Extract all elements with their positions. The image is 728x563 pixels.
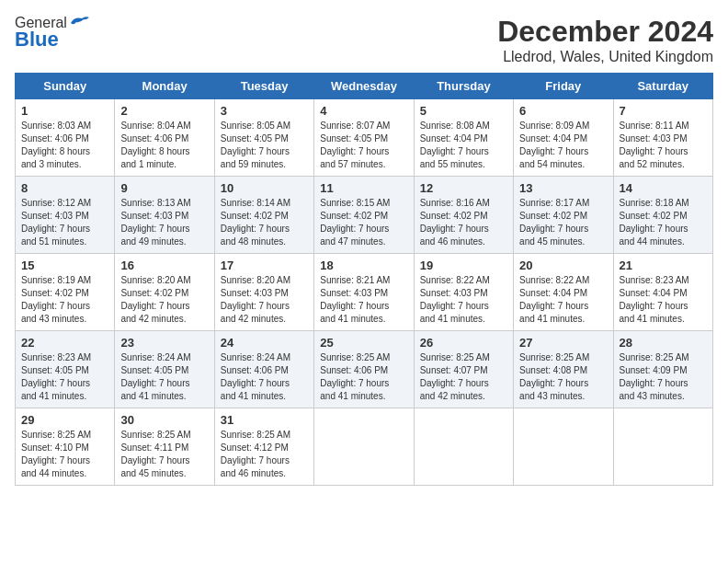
day-number: 16 xyxy=(120,259,208,272)
day-number: 10 xyxy=(221,181,308,195)
day-detail: Sunrise: 8:16 AM Sunset: 4:02 PM Dayligh… xyxy=(420,197,507,248)
calendar-cell: 18Sunrise: 8:21 AM Sunset: 4:03 PM Dayli… xyxy=(314,254,414,331)
day-detail: Sunrise: 8:25 AM Sunset: 4:06 PM Dayligh… xyxy=(320,351,407,403)
page-title: December 2024 xyxy=(497,15,713,49)
day-detail: Sunrise: 8:22 AM Sunset: 4:04 PM Dayligh… xyxy=(519,274,607,326)
day-number: 4 xyxy=(320,104,407,118)
calendar-cell: 2Sunrise: 8:04 AM Sunset: 4:06 PM Daylig… xyxy=(115,99,214,177)
calendar-cell: 19Sunrise: 8:22 AM Sunset: 4:03 PM Dayli… xyxy=(414,254,513,331)
day-detail: Sunrise: 8:08 AM Sunset: 4:04 PM Dayligh… xyxy=(420,120,507,171)
day-number: 30 xyxy=(120,413,208,427)
day-number: 12 xyxy=(420,181,507,195)
day-number: 26 xyxy=(420,336,507,350)
day-detail: Sunrise: 8:25 AM Sunset: 4:11 PM Dayligh… xyxy=(120,429,208,480)
day-detail: Sunrise: 8:15 AM Sunset: 4:02 PM Dayligh… xyxy=(320,197,407,248)
day-number: 3 xyxy=(221,104,308,118)
page-subtitle: Lledrod, Wales, United Kingdom xyxy=(497,49,713,65)
calendar-cell: 28Sunrise: 8:25 AM Sunset: 4:09 PM Dayli… xyxy=(613,331,712,408)
day-number: 2 xyxy=(120,104,208,118)
day-number: 20 xyxy=(519,259,607,272)
day-detail: Sunrise: 8:25 AM Sunset: 4:09 PM Dayligh… xyxy=(620,351,707,403)
calendar-header-thursday: Thursday xyxy=(414,74,513,99)
calendar-cell: 16Sunrise: 8:20 AM Sunset: 4:02 PM Dayli… xyxy=(115,254,214,331)
day-number: 15 xyxy=(21,259,108,272)
calendar-cell: 1Sunrise: 8:03 AM Sunset: 4:06 PM Daylig… xyxy=(16,99,115,177)
calendar-cell: 25Sunrise: 8:25 AM Sunset: 4:06 PM Dayli… xyxy=(314,331,414,408)
calendar-cell xyxy=(314,408,414,486)
calendar-cell: 3Sunrise: 8:05 AM Sunset: 4:05 PM Daylig… xyxy=(214,99,313,177)
day-number: 11 xyxy=(320,181,407,195)
day-detail: Sunrise: 8:24 AM Sunset: 4:06 PM Dayligh… xyxy=(221,351,308,403)
calendar-cell: 6Sunrise: 8:09 AM Sunset: 4:04 PM Daylig… xyxy=(514,99,613,177)
calendar-cell: 4Sunrise: 8:07 AM Sunset: 4:05 PM Daylig… xyxy=(314,99,414,177)
calendar-cell xyxy=(613,408,712,486)
day-detail: Sunrise: 8:19 AM Sunset: 4:02 PM Dayligh… xyxy=(21,274,108,326)
calendar-cell: 17Sunrise: 8:20 AM Sunset: 4:03 PM Dayli… xyxy=(214,254,313,331)
calendar-cell: 26Sunrise: 8:25 AM Sunset: 4:07 PM Dayli… xyxy=(414,331,513,408)
day-detail: Sunrise: 8:05 AM Sunset: 4:05 PM Dayligh… xyxy=(221,120,308,171)
calendar-week-row: 29Sunrise: 8:25 AM Sunset: 4:10 PM Dayli… xyxy=(16,408,713,486)
calendar-week-row: 8Sunrise: 8:12 AM Sunset: 4:03 PM Daylig… xyxy=(16,177,713,254)
calendar-cell: 21Sunrise: 8:23 AM Sunset: 4:04 PM Dayli… xyxy=(613,254,712,331)
day-number: 9 xyxy=(120,181,208,195)
calendar-header-tuesday: Tuesday xyxy=(214,74,313,99)
day-detail: Sunrise: 8:20 AM Sunset: 4:02 PM Dayligh… xyxy=(120,274,208,326)
calendar-cell: 27Sunrise: 8:25 AM Sunset: 4:08 PM Dayli… xyxy=(514,331,613,408)
day-number: 7 xyxy=(620,104,707,118)
day-number: 25 xyxy=(320,336,407,350)
calendar-header-sunday: Sunday xyxy=(16,74,115,99)
calendar-cell: 20Sunrise: 8:22 AM Sunset: 4:04 PM Dayli… xyxy=(514,254,613,331)
day-detail: Sunrise: 8:25 AM Sunset: 4:08 PM Dayligh… xyxy=(519,351,607,403)
calendar-table: SundayMondayTuesdayWednesdayThursdayFrid… xyxy=(15,73,713,486)
day-detail: Sunrise: 8:18 AM Sunset: 4:02 PM Dayligh… xyxy=(620,197,707,248)
calendar-cell: 7Sunrise: 8:11 AM Sunset: 4:03 PM Daylig… xyxy=(613,99,712,177)
calendar-cell: 15Sunrise: 8:19 AM Sunset: 4:02 PM Dayli… xyxy=(16,254,115,331)
day-detail: Sunrise: 8:17 AM Sunset: 4:02 PM Dayligh… xyxy=(519,197,607,248)
day-detail: Sunrise: 8:25 AM Sunset: 4:10 PM Dayligh… xyxy=(21,429,108,480)
day-number: 13 xyxy=(519,181,607,195)
day-number: 8 xyxy=(21,181,108,195)
day-number: 6 xyxy=(519,104,607,118)
day-detail: Sunrise: 8:21 AM Sunset: 4:03 PM Dayligh… xyxy=(320,274,407,326)
calendar-cell xyxy=(414,408,513,486)
calendar-cell: 30Sunrise: 8:25 AM Sunset: 4:11 PM Dayli… xyxy=(115,408,214,486)
day-detail: Sunrise: 8:09 AM Sunset: 4:04 PM Dayligh… xyxy=(519,120,607,171)
calendar-week-row: 15Sunrise: 8:19 AM Sunset: 4:02 PM Dayli… xyxy=(16,254,713,331)
calendar-cell: 23Sunrise: 8:24 AM Sunset: 4:05 PM Dayli… xyxy=(115,331,214,408)
day-number: 5 xyxy=(420,104,507,118)
day-number: 14 xyxy=(620,181,707,195)
day-number: 22 xyxy=(21,336,108,350)
logo-bird-icon xyxy=(69,15,89,31)
calendar-cell: 11Sunrise: 8:15 AM Sunset: 4:02 PM Dayli… xyxy=(314,177,414,254)
day-detail: Sunrise: 8:07 AM Sunset: 4:05 PM Dayligh… xyxy=(320,120,407,171)
day-number: 23 xyxy=(120,336,208,350)
day-number: 17 xyxy=(221,259,308,272)
calendar-week-row: 22Sunrise: 8:23 AM Sunset: 4:05 PM Dayli… xyxy=(16,331,713,408)
day-number: 1 xyxy=(21,104,108,118)
day-detail: Sunrise: 8:04 AM Sunset: 4:06 PM Dayligh… xyxy=(120,120,208,171)
day-detail: Sunrise: 8:22 AM Sunset: 4:03 PM Dayligh… xyxy=(420,274,507,326)
day-detail: Sunrise: 8:11 AM Sunset: 4:03 PM Dayligh… xyxy=(620,120,707,171)
calendar-cell: 5Sunrise: 8:08 AM Sunset: 4:04 PM Daylig… xyxy=(414,99,513,177)
calendar-cell: 14Sunrise: 8:18 AM Sunset: 4:02 PM Dayli… xyxy=(613,177,712,254)
calendar-cell: 29Sunrise: 8:25 AM Sunset: 4:10 PM Dayli… xyxy=(16,408,115,486)
day-number: 27 xyxy=(519,336,607,350)
day-detail: Sunrise: 8:03 AM Sunset: 4:06 PM Dayligh… xyxy=(21,120,108,171)
day-number: 18 xyxy=(320,259,407,272)
logo: General Blue xyxy=(15,15,89,52)
calendar-header-row: SundayMondayTuesdayWednesdayThursdayFrid… xyxy=(16,74,713,99)
day-detail: Sunrise: 8:14 AM Sunset: 4:02 PM Dayligh… xyxy=(221,197,308,248)
calendar-cell: 31Sunrise: 8:25 AM Sunset: 4:12 PM Dayli… xyxy=(214,408,313,486)
day-number: 24 xyxy=(221,336,308,350)
page-header: General Blue December 2024 Lledrod, Wale… xyxy=(15,15,713,65)
calendar-header-wednesday: Wednesday xyxy=(314,74,414,99)
calendar-header-saturday: Saturday xyxy=(613,74,712,99)
calendar-header-monday: Monday xyxy=(115,74,214,99)
day-detail: Sunrise: 8:24 AM Sunset: 4:05 PM Dayligh… xyxy=(120,351,208,403)
calendar-cell: 24Sunrise: 8:24 AM Sunset: 4:06 PM Dayli… xyxy=(214,331,313,408)
day-detail: Sunrise: 8:12 AM Sunset: 4:03 PM Dayligh… xyxy=(21,197,108,248)
day-number: 19 xyxy=(420,259,507,272)
day-number: 21 xyxy=(620,259,707,272)
calendar-cell: 10Sunrise: 8:14 AM Sunset: 4:02 PM Dayli… xyxy=(214,177,313,254)
day-number: 28 xyxy=(620,336,707,350)
